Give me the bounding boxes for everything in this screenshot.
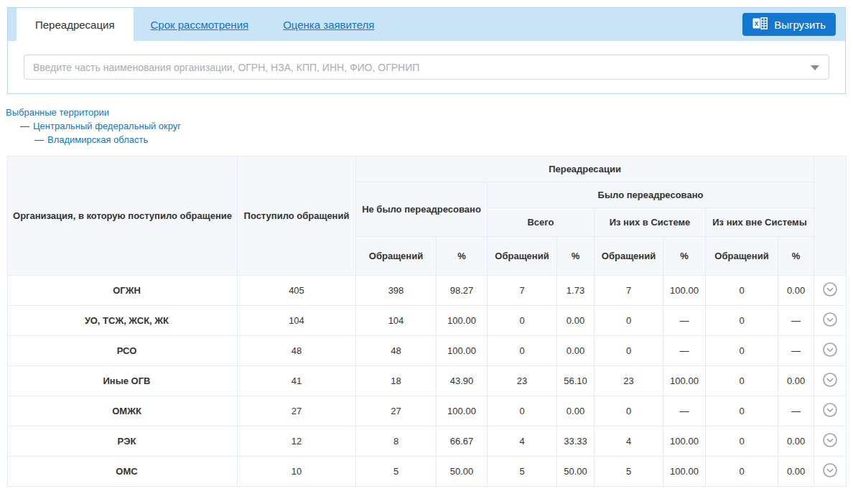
tab-redirection[interactable]: Переадресация xyxy=(17,8,134,41)
in-system-percent-cell: 100.00 xyxy=(663,366,706,396)
col-header-expand xyxy=(814,157,847,276)
tree-dash: — xyxy=(34,134,44,145)
not-redirected-percent-cell: 50.00 xyxy=(437,457,488,487)
territory-item: —Центральный федеральный округ xyxy=(6,120,853,133)
excel-icon: x xyxy=(752,17,768,32)
total-appeals-cell: 5 xyxy=(488,457,557,487)
not-redirected-percent-cell: 100.00 xyxy=(437,396,488,426)
chevron-down-circle-icon[interactable] xyxy=(822,402,838,418)
col-header-appeals: Обращений xyxy=(488,237,557,276)
in-system-appeals-cell: 0 xyxy=(595,396,663,426)
col-header-percent: % xyxy=(437,237,488,276)
redirections-table: Организация, в которую поступило обращен… xyxy=(7,156,847,487)
received-cell: 104 xyxy=(238,306,356,336)
expand-cell xyxy=(814,366,847,396)
total-percent-cell: 50.00 xyxy=(557,457,595,487)
chevron-down-circle-icon[interactable] xyxy=(822,432,838,448)
col-header-received: Поступило обращений xyxy=(238,157,356,276)
not-redirected-appeals-cell: 5 xyxy=(356,457,437,487)
out-system-appeals-cell: 0 xyxy=(706,457,778,487)
tab-review-period[interactable]: Срок рассмотрения xyxy=(134,8,266,41)
organization-cell: ОМЖК xyxy=(8,396,238,426)
total-appeals-cell: 23 xyxy=(488,366,557,396)
col-header-out-system: Из них вне Системы xyxy=(706,208,814,237)
out-system-appeals-cell: 0 xyxy=(706,276,778,306)
total-appeals-cell: 0 xyxy=(488,336,557,366)
total-appeals-cell: 7 xyxy=(488,276,557,306)
in-system-appeals-cell: 23 xyxy=(595,366,663,396)
export-button[interactable]: x Выгрузить xyxy=(742,13,836,36)
out-system-percent-cell: — xyxy=(778,306,814,336)
chevron-down-circle-icon[interactable] xyxy=(822,281,838,297)
col-header-redirections: Переадресации xyxy=(356,157,814,182)
col-header-total: Всего xyxy=(488,208,595,237)
not-redirected-appeals-cell: 27 xyxy=(356,396,437,426)
organization-cell: ОГЖН xyxy=(8,276,238,306)
out-system-percent-cell: — xyxy=(778,396,814,426)
not-redirected-percent-cell: 98.27 xyxy=(437,276,488,306)
territory-link-region[interactable]: Владимирская область xyxy=(47,134,148,145)
received-cell: 48 xyxy=(238,336,356,366)
not-redirected-appeals-cell: 8 xyxy=(356,426,437,457)
out-system-percent-cell: 0.00 xyxy=(778,366,814,396)
chevron-down-circle-icon[interactable] xyxy=(822,342,838,358)
organization-cell: Иные ОГВ xyxy=(8,366,238,396)
organization-cell: РСО xyxy=(8,336,238,366)
out-system-percent-cell: — xyxy=(778,336,814,366)
in-system-appeals-cell: 0 xyxy=(595,336,663,366)
in-system-appeals-cell: 5 xyxy=(595,457,663,487)
tab-bar: Переадресация Срок рассмотрения Оценка з… xyxy=(8,8,845,41)
col-header-organization: Организация, в которую поступило обращен… xyxy=(8,157,238,276)
in-system-appeals-cell: 4 xyxy=(595,426,663,457)
in-system-appeals-cell: 7 xyxy=(595,276,663,306)
svg-text:x: x xyxy=(755,19,759,27)
organization-search-input[interactable] xyxy=(24,55,829,80)
not-redirected-appeals-cell: 104 xyxy=(356,306,437,336)
col-header-appeals: Обращений xyxy=(356,237,437,276)
in-system-percent-cell: — xyxy=(663,336,706,366)
expand-cell xyxy=(814,276,847,306)
total-percent-cell: 0.00 xyxy=(557,336,595,366)
chevron-down-circle-icon[interactable] xyxy=(822,372,838,388)
tab-applicant-rating[interactable]: Оценка заявителя xyxy=(266,8,391,41)
not-redirected-appeals-cell: 398 xyxy=(356,276,437,306)
chevron-down-circle-icon[interactable] xyxy=(822,312,838,327)
out-system-percent-cell: 0.00 xyxy=(778,457,814,487)
out-system-appeals-cell: 0 xyxy=(706,336,778,366)
organization-cell: РЭК xyxy=(8,426,238,457)
expand-cell xyxy=(814,336,847,366)
table-row: ОГЖН 405 398 98.27 7 1.73 7 100.00 0 0.0… xyxy=(8,276,847,306)
expand-cell xyxy=(814,396,847,426)
chevron-down-icon[interactable] xyxy=(811,65,819,70)
out-system-percent-cell: 0.00 xyxy=(778,276,814,306)
not-redirected-percent-cell: 100.00 xyxy=(437,336,488,366)
table-body: ОГЖН 405 398 98.27 7 1.73 7 100.00 0 0.0… xyxy=(8,276,847,487)
export-button-label: Выгрузить xyxy=(774,19,826,31)
received-cell: 405 xyxy=(238,276,356,306)
table-row: РЭК 12 8 66.67 4 33.33 4 100.00 0 0.00 xyxy=(8,426,847,457)
in-system-percent-cell: 100.00 xyxy=(663,276,706,306)
table-row: ОМЖК 27 27 100.00 0 0.00 0 — 0 — xyxy=(8,396,847,426)
col-header-percent: % xyxy=(557,237,595,276)
out-system-percent-cell: 0.00 xyxy=(778,426,814,457)
not-redirected-percent-cell: 100.00 xyxy=(437,306,488,336)
not-redirected-percent-cell: 66.67 xyxy=(437,426,488,457)
in-system-percent-cell: — xyxy=(663,396,706,426)
expand-cell xyxy=(814,426,847,457)
territory-link-federal-district[interactable]: Центральный федеральный округ xyxy=(33,121,181,131)
col-header-percent: % xyxy=(778,237,814,276)
territory-item: —Владимирская область xyxy=(6,134,853,146)
col-header-appeals: Обращений xyxy=(706,237,778,276)
chevron-down-circle-icon[interactable] xyxy=(822,462,838,478)
total-percent-cell: 56.10 xyxy=(557,366,595,396)
tree-dash: — xyxy=(20,121,29,131)
table-row: ОМС 10 5 50.00 5 50.00 5 100.00 0 0.00 xyxy=(8,457,847,487)
not-redirected-appeals-cell: 18 xyxy=(356,366,437,396)
filter-panel: Переадресация Срок рассмотрения Оценка з… xyxy=(7,7,846,94)
received-cell: 27 xyxy=(238,396,356,426)
total-appeals-cell: 0 xyxy=(488,306,557,336)
organization-search xyxy=(8,41,845,93)
territories-title[interactable]: Выбранные территории xyxy=(6,106,853,119)
received-cell: 41 xyxy=(238,366,356,396)
total-percent-cell: 33.33 xyxy=(557,426,595,457)
